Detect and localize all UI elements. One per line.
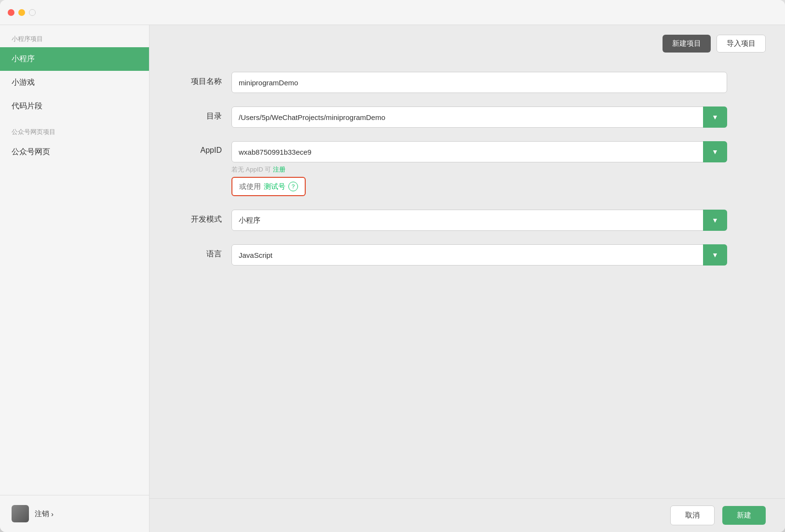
appid-field: ▼ 若无 AppID 可 注册 或使用 测试号 ？ [231, 141, 727, 196]
avatar [12, 505, 29, 522]
project-name-row: 项目名称 [178, 72, 727, 93]
directory-label: 目录 [178, 106, 222, 121]
right-header: 新建项目 导入项目 [149, 25, 785, 62]
appid-hint-text: 若无 AppID 可 注册 [231, 165, 727, 174]
project-name-label: 项目名称 [178, 72, 222, 87]
create-button[interactable]: 新建 [722, 506, 766, 525]
directory-field: ▼ [231, 106, 727, 128]
logout-button[interactable]: 注销 › [35, 509, 54, 519]
appid-hint-area: 若无 AppID 可 注册 或使用 测试号 ？ [231, 165, 727, 196]
sidebar: 小程序项目 小程序 小游戏 代码片段 公众号网页项目 公众号网页 注销 › [0, 25, 149, 532]
directory-dropdown-button[interactable]: ▼ [703, 106, 727, 128]
appid-input[interactable] [231, 141, 727, 162]
language-input[interactable] [231, 244, 727, 266]
appid-dropdown-button[interactable]: ▼ [703, 141, 727, 162]
test-number-link[interactable]: 测试号 [264, 182, 285, 191]
test-number-container: 或使用 测试号 ？ [231, 177, 727, 196]
dev-mode-label: 开发模式 [178, 210, 222, 225]
titlebar [0, 0, 785, 25]
language-label: 语言 [178, 244, 222, 259]
chevron-down-icon: ▼ [712, 148, 718, 156]
minimize-button[interactable] [18, 9, 25, 16]
dev-mode-dropdown-button[interactable]: ▼ [703, 210, 727, 231]
appid-row: AppID ▼ 若无 AppID 可 注册 [178, 141, 727, 196]
sidebar-section-miniprogram: 小程序项目 [0, 25, 149, 47]
logout-label: 注销 [35, 509, 49, 519]
traffic-lights [8, 9, 36, 16]
new-project-button[interactable]: 新建项目 [663, 35, 711, 53]
directory-row: 目录 ▼ [178, 106, 727, 128]
right-panel: 新建项目 导入项目 项目名称 目录 ▼ [149, 25, 785, 532]
bottom-bar: 取消 新建 [149, 498, 785, 532]
chevron-down-icon: ▼ [712, 216, 718, 224]
close-button[interactable] [8, 9, 14, 16]
question-icon[interactable]: ？ [288, 182, 298, 191]
language-field: ▼ [231, 244, 727, 266]
project-name-field [231, 72, 727, 93]
language-row: 语言 ▼ [178, 244, 727, 266]
sidebar-footer: 注销 › [0, 495, 149, 532]
language-dropdown-button[interactable]: ▼ [703, 244, 727, 266]
chevron-down-icon: ▼ [712, 113, 718, 121]
sidebar-item-mp-webpage[interactable]: 公众号网页 [0, 140, 149, 164]
chevron-down-icon: ▼ [712, 251, 718, 259]
test-number-prefix: 或使用 [239, 182, 261, 191]
project-name-input[interactable] [231, 72, 727, 93]
dev-mode-field: ▼ [231, 210, 727, 231]
appid-register-link[interactable]: 注册 [273, 166, 285, 173]
sidebar-item-code-snippet[interactable]: 代码片段 [0, 94, 149, 118]
dev-mode-input[interactable] [231, 210, 727, 231]
dev-mode-row: 开发模式 ▼ [178, 210, 727, 231]
maximize-button[interactable] [29, 9, 36, 16]
cancel-button[interactable]: 取消 [670, 505, 715, 525]
form-area: 项目名称 目录 ▼ AppI [149, 62, 785, 498]
sidebar-item-miniprogram[interactable]: 小程序 [0, 47, 149, 71]
appid-label: AppID [178, 141, 222, 155]
directory-input[interactable] [231, 106, 727, 128]
sidebar-item-minigame[interactable]: 小游戏 [0, 71, 149, 94]
logout-arrow-icon: › [51, 510, 54, 518]
import-project-button[interactable]: 导入项目 [717, 35, 766, 53]
sidebar-section-mp: 公众号网页项目 [0, 118, 149, 140]
test-number-box: 或使用 测试号 ？ [231, 177, 306, 196]
